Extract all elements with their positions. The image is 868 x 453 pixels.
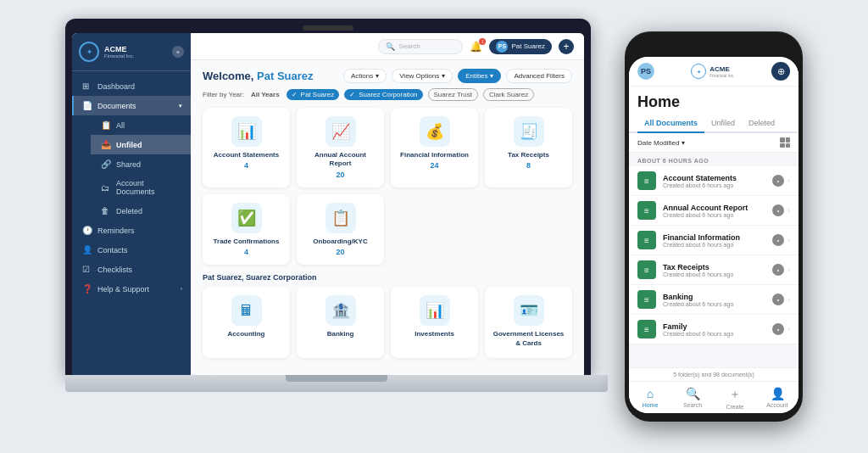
topbar: 🔍 Search 🔔 1 PS Pat Suarez	[191, 33, 584, 60]
welcome-username: Pat Suarez	[257, 70, 313, 82]
phone-list-text-annual-report: Annual Account Report Created about 6 ho…	[663, 204, 765, 218]
sidebar-item-account-docs[interactable]: 🗂 Account Documents	[91, 174, 191, 201]
doc-grid-section2: 🖩 Accounting 🏦 Banking 📊 Investments	[203, 287, 572, 358]
doc-grid-section1: 📊 Account Statements 4 📈 Annual Account …	[203, 108, 572, 265]
phone-list-item-financial-info[interactable]: ≡ Financial Information Created about 6 …	[629, 226, 798, 255]
advanced-filters-button[interactable]: Advanced Filters	[506, 69, 572, 83]
doc-name-accounting: Accounting	[228, 330, 265, 338]
doc-card-tax-receipts[interactable]: 🧾 Tax Receipts 8	[485, 108, 572, 187]
doc-icon-onboarding: 📋	[326, 203, 356, 233]
phone-screen: PS ✦ ACME Financial Inc. ⊕ Home All Docu…	[629, 57, 798, 413]
grid-view-icon[interactable]	[780, 137, 790, 148]
laptop-screen: ✦ ACME Financial Inc. « ⊞ Dashboard	[65, 19, 591, 375]
options-dot[interactable]: •	[772, 175, 784, 187]
logo-text-block: ACME Financial Inc.	[104, 45, 134, 59]
search-placeholder: Search	[398, 42, 420, 50]
sidebar-item-contacts[interactable]: 👤 Contacts	[72, 240, 191, 260]
tab-unfiled[interactable]: Unfiled	[704, 115, 742, 133]
sidebar-item-all-label: All	[116, 121, 125, 130]
notification-icon[interactable]: 🔔 1	[470, 41, 482, 53]
phone-date-filter[interactable]: Date Modified ▾	[637, 139, 685, 147]
contacts-icon: 👤	[82, 245, 92, 254]
chevron-right-icon: ›	[181, 286, 182, 292]
options-dot[interactable]: •	[772, 234, 784, 246]
sidebar-item-documents[interactable]: 📄 Documents ▾	[72, 96, 191, 115]
phone-list-item-family[interactable]: ≡ Family Created about 6 hours ago • ›	[629, 315, 798, 344]
doc-card-account-statements[interactable]: 📊 Account Statements 4	[203, 108, 290, 187]
phone-list-item-banking[interactable]: ≡ Banking Created about 6 hours ago • ›	[629, 285, 798, 315]
user-avatar: PS	[496, 41, 508, 53]
user-name: Pat Suarez	[511, 42, 545, 50]
options-dot[interactable]: •	[772, 294, 784, 305]
sidebar-item-reminders-label: Reminders	[97, 226, 135, 235]
actions-button[interactable]: Actions ▾	[343, 69, 387, 83]
view-options-button[interactable]: View Options ▾	[392, 69, 453, 83]
doc-icon-banking: 🏦	[326, 295, 356, 326]
sidebar-item-reminders[interactable]: 🕐 Reminders	[72, 221, 191, 240]
filter-suarez-corp[interactable]: ✓ Suarez Corporation	[344, 89, 422, 100]
phone-list-icon-tax-receipts: ≡	[637, 260, 656, 279]
entity-filter-chips: ✓ Pat Suarez ✓ Suarez Corporation Suarez…	[287, 88, 535, 101]
phone-home-title: Home	[629, 87, 798, 115]
grid-cell	[786, 137, 791, 143]
app-layout: ✦ ACME Financial Inc. « ⊞ Dashboard	[72, 33, 584, 379]
phone-list-item-annual-report[interactable]: ≡ Annual Account Report Created about 6 …	[629, 196, 798, 226]
doc-card-onboarding[interactable]: 📋 Onboarding/KYC 20	[297, 194, 384, 265]
sidebar-sub-documents: 📋 All 📥 Unfiled 🔗 Shared	[72, 115, 191, 221]
doc-icon-financial-info: 💰	[420, 116, 450, 147]
phone-device: PS ✦ ACME Financial Inc. ⊕ Home All Docu…	[625, 31, 803, 422]
options-dot[interactable]: •	[772, 323, 784, 335]
doc-card-investments[interactable]: 📊 Investments	[391, 287, 478, 358]
phone-nav-create[interactable]: ＋ Create	[714, 385, 756, 411]
phone-list-item-tax-receipts[interactable]: ≡ Tax Receipts Created about 6 hours ago…	[629, 255, 798, 285]
sidebar-collapse-btn[interactable]: «	[172, 46, 184, 58]
phone-list-name-financial-info: Financial Information	[663, 233, 765, 242]
sidebar-item-checklists[interactable]: ☑ Checklists	[72, 260, 191, 279]
phone-list-text-banking: Banking Created about 6 hours ago	[663, 293, 765, 307]
user-chip[interactable]: PS Pat Suarez	[489, 39, 552, 54]
options-dot[interactable]: •	[772, 264, 784, 276]
doc-card-banking[interactable]: 🏦 Banking	[297, 287, 384, 358]
main-content: 🔍 Search 🔔 1 PS Pat Suarez	[191, 33, 584, 379]
search-box[interactable]: 🔍 Search	[378, 39, 463, 54]
doc-card-annual-report[interactable]: 📈 Annual Account Report 20	[297, 108, 384, 187]
filter-pat-suarez[interactable]: ✓ Pat Suarez	[287, 89, 340, 100]
phone-list-icon-account-statements: ≡	[637, 171, 656, 190]
tab-deleted[interactable]: Deleted	[742, 115, 782, 133]
options-dot[interactable]: •	[772, 204, 784, 216]
sidebar-item-all[interactable]: 📋 All	[91, 115, 191, 135]
sidebar-item-shared-label: Shared	[116, 160, 141, 169]
doc-card-gov-licenses[interactable]: 🪪 Government Licenses & Cards	[485, 287, 572, 358]
doc-card-financial-info[interactable]: 💰 Financial Information 24	[391, 108, 478, 187]
doc-card-accounting[interactable]: 🖩 Accounting	[203, 287, 290, 358]
sidebar-item-unfiled[interactable]: 📥 Unfiled	[91, 135, 191, 154]
filter-suarez-corp-label: Suarez Corporation	[359, 91, 417, 98]
reminders-icon: 🕐	[82, 226, 92, 235]
doc-icon-accounting: 🖩	[231, 295, 262, 326]
phone-list-name-family: Family	[663, 322, 765, 331]
phone-list-item-account-statements[interactable]: ≡ Account Statements Created about 6 hou…	[629, 166, 798, 196]
phone-nav-search[interactable]: 🔍 Search	[671, 385, 714, 411]
sidebar-item-deleted[interactable]: 🗑 Deleted	[91, 201, 191, 221]
sidebar-item-shared[interactable]: 🔗 Shared	[91, 154, 191, 174]
phone-list-sub-family: Created about 6 hours ago	[663, 331, 765, 337]
phone-nav-home[interactable]: ⌂ Home	[629, 385, 671, 411]
sidebar-item-help[interactable]: ❓ Help & Support ›	[72, 279, 191, 299]
sidebar-item-dashboard[interactable]: ⊞ Dashboard	[72, 76, 191, 96]
phone-list-sub-financial-info: Created about 6 hours ago	[663, 242, 765, 248]
doc-name-annual-report: Annual Account Report	[303, 151, 377, 169]
doc-name-banking: Banking	[327, 330, 354, 338]
filter-clark-suarez[interactable]: Clark Suarez	[483, 88, 534, 101]
filter-year-value[interactable]: All Years	[251, 91, 280, 98]
phone-more-button[interactable]: ⊕	[771, 62, 790, 81]
add-button[interactable]: +	[559, 39, 574, 54]
doc-card-trade-confirmations[interactable]: ✅ Trade Confirmations 4	[203, 194, 290, 265]
phone-nav-account[interactable]: 👤 Account	[756, 385, 798, 411]
action-bar: Actions ▾ View Options ▾ Entities ▾	[343, 69, 572, 83]
entities-button[interactable]: Entities ▾	[458, 69, 501, 83]
grid-cell	[780, 137, 785, 143]
tab-all-documents[interactable]: All Documents	[637, 115, 704, 133]
filter-suarez-trust[interactable]: Suarez Trust	[428, 88, 478, 101]
welcome-text: Welcome, Pat Suarez	[203, 70, 314, 82]
phone-list-name-banking: Banking	[663, 293, 765, 301]
